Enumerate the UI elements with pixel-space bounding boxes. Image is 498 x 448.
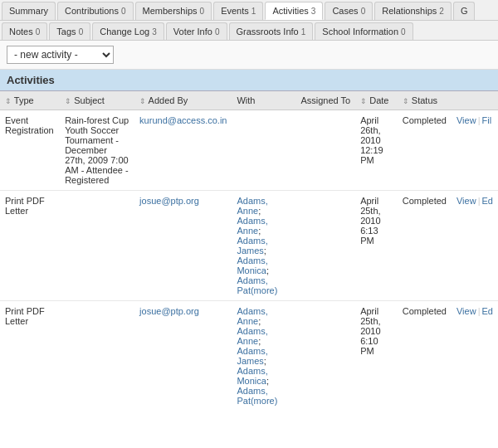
cell-status: Completed xyxy=(398,301,452,411)
tab-summary[interactable]: Summary xyxy=(2,2,56,20)
added-by-link[interactable]: josue@ptp.org xyxy=(139,306,199,316)
sort-date-icon[interactable]: ⇕ xyxy=(360,97,367,105)
action-separator: | xyxy=(478,115,481,125)
with-link[interactable]: Adams, Anne xyxy=(237,216,267,236)
with-link[interactable]: Adams, Monica xyxy=(237,366,267,386)
table-row: Event Registration Rain-forest Cup Youth… xyxy=(0,110,498,191)
sort-addedby-icon[interactable]: ⇕ xyxy=(139,97,146,105)
tab-cases[interactable]: Cases 0 xyxy=(325,2,373,20)
action-separator: | xyxy=(478,306,481,316)
cell-with xyxy=(232,110,295,191)
cell-subject xyxy=(60,191,134,301)
sort-subject-icon[interactable]: ⇕ xyxy=(65,97,71,105)
view-link[interactable]: View xyxy=(456,306,476,316)
col-status: ⇕ Status xyxy=(398,91,452,110)
tab-events[interactable]: Events 1 xyxy=(213,2,263,20)
activities-count: 3 xyxy=(311,7,316,16)
with-link[interactable]: Adams, Anne xyxy=(237,196,267,216)
table-header-row: ⇕ Type ⇕ Subject ⇕ Added By With Assigne… xyxy=(0,91,498,110)
cell-date: April 26th, 2010 12:19 PM xyxy=(355,110,398,191)
action-separator: | xyxy=(478,196,481,206)
cell-assigned-to xyxy=(295,191,355,301)
toolbar: - new activity - Event Registration Prin… xyxy=(0,41,498,70)
view-link[interactable]: View xyxy=(456,196,476,206)
cell-date: April 25th, 2010 6:10 PM xyxy=(355,301,398,411)
cell-date: April 25th, 2010 6:13 PM xyxy=(355,191,398,301)
col-actions xyxy=(452,91,498,110)
tab-school[interactable]: School Information 0 xyxy=(315,22,413,40)
cell-assigned-to xyxy=(295,301,355,411)
cell-with: Adams, Anne; Adams, Anne; Adams, James; … xyxy=(232,191,295,301)
tab-activities[interactable]: Activities 3 xyxy=(265,2,323,20)
ed-link[interactable]: Ed xyxy=(482,306,493,316)
sort-status-icon[interactable]: ⇕ xyxy=(403,97,409,105)
cell-actions: View | Fil xyxy=(452,110,498,191)
cell-subject: Rain-forest Cup Youth Soccer Tournament … xyxy=(60,110,134,191)
contributions-count: 0 xyxy=(121,7,126,16)
events-count: 1 xyxy=(251,7,256,16)
with-link[interactable]: Adams, Monica xyxy=(237,256,267,275)
cell-actions: View | Ed xyxy=(452,301,498,411)
cell-status: Completed xyxy=(398,110,452,191)
row-actions: View | Fil xyxy=(456,115,493,125)
view-link[interactable]: View xyxy=(456,115,476,125)
cell-added-by: josue@ptp.org xyxy=(134,301,232,411)
cell-type: Event Registration xyxy=(0,110,60,191)
tab-changelog[interactable]: Change Log 3 xyxy=(92,22,164,40)
tags-count: 0 xyxy=(79,27,84,37)
cell-assigned-to xyxy=(295,110,355,191)
col-date: ⇕ Date xyxy=(355,91,398,110)
ed-link[interactable]: Ed xyxy=(482,196,493,206)
row-actions: View | Ed xyxy=(456,306,493,316)
bottom-tab-bar: Notes 0 Tags 0 Change Log 3 Voter Info 0… xyxy=(0,21,498,41)
tab-relationships[interactable]: Relationships 2 xyxy=(374,2,452,20)
section-title: Activities xyxy=(7,74,55,86)
with-link[interactable]: Adams, Anne xyxy=(237,306,267,326)
table-row: Print PDF Letter josue@ptp.org Adams, An… xyxy=(0,191,498,301)
activities-section-header: Activities xyxy=(0,70,498,91)
tab-memberships[interactable]: Memberships 0 xyxy=(135,2,212,20)
sort-type-icon[interactable]: ⇕ xyxy=(5,97,12,105)
with-link[interactable]: Adams, Anne xyxy=(237,326,267,346)
top-tab-bar: Summary Contributions 0 Memberships 0 Ev… xyxy=(0,0,498,21)
notes-count: 0 xyxy=(36,27,41,37)
voter-count: 0 xyxy=(215,27,220,37)
cases-count: 0 xyxy=(361,7,366,16)
grassroots-count: 1 xyxy=(301,27,306,37)
school-count: 0 xyxy=(401,27,406,37)
tab-notes[interactable]: Notes 0 xyxy=(2,22,47,40)
with-link[interactable]: Adams, James xyxy=(237,236,267,256)
cell-with: Adams, Anne; Adams, Anne; Adams, James; … xyxy=(232,301,295,411)
memberships-count: 0 xyxy=(200,7,205,16)
tab-g[interactable]: G xyxy=(453,2,476,20)
cell-type: Print PDF Letter xyxy=(0,301,60,411)
cell-actions: View | Ed xyxy=(452,191,498,301)
col-added-by: ⇕ Added By xyxy=(134,91,232,110)
col-assigned-to: Assigned To xyxy=(295,91,355,110)
cell-added-by: josue@ptp.org xyxy=(134,191,232,301)
cell-subject xyxy=(60,301,134,411)
col-type: ⇕ Type xyxy=(0,91,60,110)
changelog-count: 3 xyxy=(152,27,157,37)
tab-grassroots[interactable]: Grassroots Info 1 xyxy=(229,22,314,40)
cell-type: Print PDF Letter xyxy=(0,191,60,301)
row-actions: View | Ed xyxy=(456,196,493,206)
added-by-link[interactable]: josue@ptp.org xyxy=(139,196,199,206)
cell-status: Completed xyxy=(398,191,452,301)
with-link[interactable]: Adams, James xyxy=(237,346,267,366)
with-more-link[interactable]: (more) xyxy=(251,285,277,295)
relationships-count: 2 xyxy=(439,7,444,16)
new-activity-select[interactable]: - new activity - Event Registration Prin… xyxy=(7,46,114,64)
tab-voter-info[interactable]: Voter Info 0 xyxy=(166,22,227,40)
fil-link[interactable]: Fil xyxy=(482,115,492,125)
activities-table: ⇕ Type ⇕ Subject ⇕ Added By With Assigne… xyxy=(0,91,498,411)
tab-contributions[interactable]: Contributions 0 xyxy=(57,2,133,20)
cell-added-by: kurund@access.co.in xyxy=(134,110,232,191)
table-row: Print PDF Letter josue@ptp.org Adams, An… xyxy=(0,301,498,411)
with-more-link[interactable]: (more) xyxy=(251,396,277,406)
added-by-link[interactable]: kurund@access.co.in xyxy=(139,115,227,125)
col-with: With xyxy=(232,91,295,110)
col-subject: ⇕ Subject xyxy=(60,91,134,110)
tab-tags[interactable]: Tags 0 xyxy=(49,22,90,40)
